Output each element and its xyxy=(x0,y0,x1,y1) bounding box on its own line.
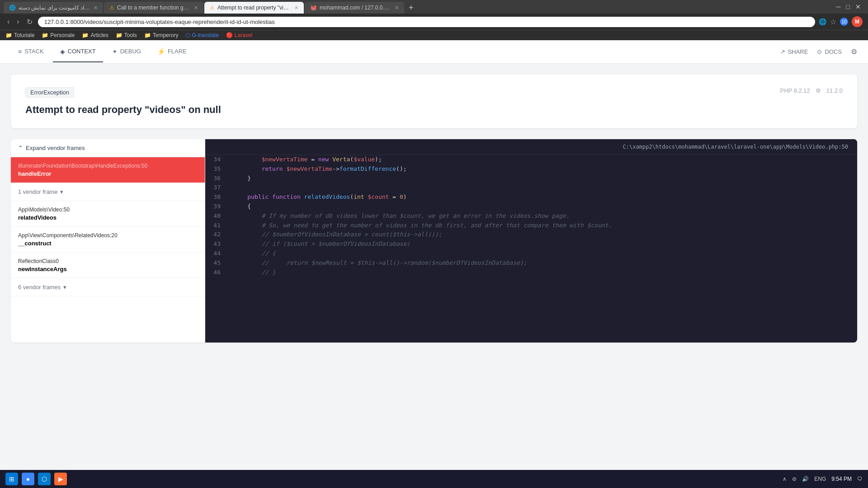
tab-2-favicon: ⚠ xyxy=(109,5,114,11)
browser-tab-4[interactable]: 🐙 mohammad.com / 127.0.0.1 / la... ✕ xyxy=(305,2,404,14)
nav-flare[interactable]: ⚡ FLARE xyxy=(150,42,194,62)
bookmark-icon[interactable]: ☆ xyxy=(830,18,836,26)
line-num-45: 45 xyxy=(205,258,228,268)
line-num-34: 34 xyxy=(205,155,228,164)
settings-icon[interactable]: ⚙ xyxy=(851,47,857,56)
code-line-44: 44 // { xyxy=(205,249,857,258)
line-num-42: 42 xyxy=(205,230,228,239)
nav-docs[interactable]: ⊙ DOCS xyxy=(817,48,842,55)
nav-flare-label: FLARE xyxy=(168,48,187,55)
browser-tab-1[interactable]: 🌐 ایجاد کامپوننت برای نمایش دسته... ✕ xyxy=(4,2,103,14)
expand-vendor-label: Expand vendor frames xyxy=(26,145,85,151)
php-version: PHP 8.2.12 xyxy=(780,87,810,94)
bookmark-tools[interactable]: 📁 Tools xyxy=(116,32,137,38)
stack-item-4-path: App\View\Components\RelatedVideos:20 xyxy=(18,232,198,239)
address-input[interactable] xyxy=(38,17,815,27)
code-line-34: 34 $newVertaTime = new Verta($value); xyxy=(205,155,857,164)
forward-button[interactable]: › xyxy=(15,17,21,27)
profile-icon[interactable]: M xyxy=(852,16,863,27)
line-code-36: } xyxy=(228,174,857,183)
nav-context-label: CONTEXT xyxy=(68,48,96,55)
stack-item-3[interactable]: App\Models\Video:50 relatedVideos xyxy=(11,201,205,227)
code-line-40: 40 # If my number of db videos lower tha… xyxy=(205,211,857,221)
stack-item-5-method: newInstanceArgs xyxy=(18,266,198,272)
line-num-37: 37 xyxy=(205,183,228,192)
minimize-button[interactable]: ─ xyxy=(836,3,841,10)
chevron-down-icon-1: ▾ xyxy=(60,188,63,195)
nav-share[interactable]: ↗ SHARE xyxy=(780,48,808,55)
stack-icon: ≡ xyxy=(18,48,22,55)
code-panel: C:\xampp2\htdocs\mohammad\Laravel\larave… xyxy=(205,139,857,343)
translate-icon: 🌐 xyxy=(819,18,826,25)
bookmark-toturiale[interactable]: 📁 Toturiale xyxy=(5,32,34,38)
stack-item-3-path: App\Models\Video:50 xyxy=(18,206,198,213)
top-navigation: ≡ STACK ◈ CONTEXT ✦ DEBUG ⚡ FLARE ↗ SHAR… xyxy=(0,40,868,64)
line-num-46: 46 xyxy=(205,268,228,277)
stack-item-5-path: ReflectionClass0 xyxy=(18,258,198,264)
line-code-39: { xyxy=(228,202,857,211)
chevron-up-icon: ⌃ xyxy=(18,145,23,151)
line-code-40: # If my number of db videos lower than $… xyxy=(228,211,857,221)
error-card: ErrorException Attempt to read property … xyxy=(11,75,857,128)
nav-items-left: ≡ STACK ◈ CONTEXT ✦ DEBUG ⚡ FLARE xyxy=(11,42,194,62)
nav-debug-label: DEBUG xyxy=(120,48,141,55)
error-message: Attempt to read property "videos" on nul… xyxy=(25,104,221,116)
tab-4-close[interactable]: ✕ xyxy=(395,5,399,11)
line-code-34: $newVertaTime = new Verta($value); xyxy=(228,155,857,164)
back-button[interactable]: ‹ xyxy=(5,17,11,27)
code-line-36: 36 } xyxy=(205,174,857,183)
nav-debug[interactable]: ✦ DEBUG xyxy=(105,42,148,62)
line-code-35: return $newVertaTime->formatDifference()… xyxy=(228,164,857,174)
tab-3-close[interactable]: ✕ xyxy=(294,5,298,11)
browser-tab-3[interactable]: ⚠ Attempt to read property "vide... ✕ xyxy=(204,2,304,14)
nav-docs-label: DOCS xyxy=(825,48,842,55)
bookmark-gtranslate[interactable]: ⬡ G-translate xyxy=(185,32,218,38)
stack-item-4[interactable]: App\View\Components\RelatedVideos:20 __c… xyxy=(11,227,205,253)
bookmark-personale[interactable]: 📁 Personale xyxy=(42,32,75,38)
stack-item-1[interactable]: Illuminate\Foundation\Bootstrap\HandleEx… xyxy=(11,157,205,183)
nav-items-right: ↗ SHARE ⊙ DOCS ⚙ xyxy=(780,47,857,56)
line-num-38: 38 xyxy=(205,192,228,202)
vendor-frames-1-label: 1 vendor frame xyxy=(18,188,57,195)
tab-1-close[interactable]: ✕ xyxy=(94,5,98,11)
nav-context[interactable]: ◈ CONTEXT xyxy=(53,42,103,62)
bookmark-articles[interactable]: 📁 Articles xyxy=(82,32,108,38)
line-code-38: public function relatedVideos(int $count… xyxy=(228,192,857,202)
expand-vendor-button[interactable]: ⌃ Expand vendor frames xyxy=(11,139,205,157)
bookmark-temperory[interactable]: 📁 Temperory xyxy=(144,32,179,38)
line-code-43: // if ($count > $numberOfVideosInDatabas… xyxy=(228,239,857,249)
tab-2-close[interactable]: ✕ xyxy=(194,5,198,11)
code-line-41: 41 # So, we need to get the number of vi… xyxy=(205,221,857,230)
laravel-version-icon: ⚙ xyxy=(816,87,821,94)
code-view: 34 $newVertaTime = new Verta($value); 35… xyxy=(205,155,857,277)
error-type-badge: ErrorException xyxy=(25,87,74,98)
vendor-frames-1[interactable]: 1 vendor frame ▾ xyxy=(11,183,205,201)
nav-share-label: SHARE xyxy=(788,48,808,55)
nav-stack[interactable]: ≡ STACK xyxy=(11,42,51,62)
flare-icon: ⚡ xyxy=(157,48,165,55)
new-tab-button[interactable]: + xyxy=(405,3,417,13)
share-icon: ↗ xyxy=(780,48,785,55)
line-code-41: # So, we need to get the number of video… xyxy=(228,221,857,230)
nav-stack-label: STACK xyxy=(24,48,43,55)
main-panels: ⌃ Expand vendor frames Illuminate\Founda… xyxy=(11,139,857,343)
bookmark-laravel[interactable]: 🔴 Laravel xyxy=(226,32,252,38)
line-code-42: // $numberOfVideosInDatabase = count($th… xyxy=(228,230,857,239)
stack-item-1-method: handleError xyxy=(18,170,198,177)
line-code-45: // return $newResult = $this->all()->ran… xyxy=(228,258,857,268)
close-window-button[interactable]: ✕ xyxy=(855,3,861,10)
reload-button[interactable]: ↻ xyxy=(25,17,34,27)
stack-item-4-method: __construct xyxy=(18,240,198,247)
vendor-frames-2[interactable]: 6 vendor frames ▾ xyxy=(11,278,205,296)
browser-tab-2[interactable]: ⚠ Call to a member function getH... ✕ xyxy=(104,2,203,14)
maximize-button[interactable]: □ xyxy=(846,3,850,10)
line-num-41: 41 xyxy=(205,221,228,230)
line-code-46: // } xyxy=(228,268,857,277)
code-line-45: 45 // return $newResult = $this->all()->… xyxy=(205,258,857,268)
context-icon: ◈ xyxy=(60,48,65,55)
line-num-43: 43 xyxy=(205,239,228,249)
stack-item-5[interactable]: ReflectionClass0 newInstanceArgs xyxy=(11,253,205,278)
docs-icon: ⊙ xyxy=(817,48,822,55)
tab-2-title: Call to a member function getH... xyxy=(117,5,191,11)
error-meta: PHP 8.2.12 ⚙ 11.2.0 xyxy=(780,87,843,94)
